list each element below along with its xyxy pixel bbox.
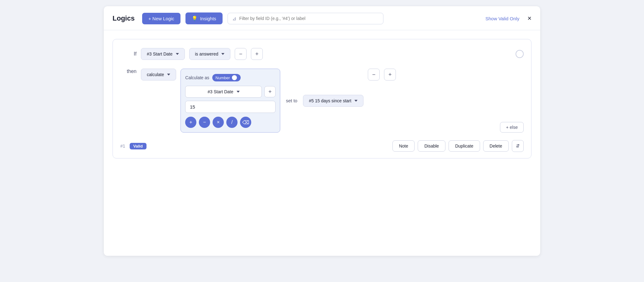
then-row: then calculate Calculate as Number xyxy=(120,69,524,133)
then-label: then xyxy=(120,69,137,74)
close-button[interactable]: × xyxy=(527,15,531,22)
if-condition-dropdown[interactable]: is answered xyxy=(189,48,231,60)
if-label: If xyxy=(120,51,137,57)
set-to-field-dropdown[interactable]: #5 15 days since start xyxy=(303,95,363,107)
page-title: Logics xyxy=(113,14,135,22)
chevron-down-icon xyxy=(237,91,240,93)
chevron-down-icon xyxy=(167,74,170,75)
note-button[interactable]: Note xyxy=(392,140,415,152)
if-remove-button[interactable]: − xyxy=(235,48,247,60)
duplicate-button[interactable]: Duplicate xyxy=(449,140,480,152)
calc-field-add-button[interactable]: + xyxy=(264,86,276,97)
collapse-icon: ⇵ xyxy=(516,143,520,149)
calculate-as-box: Calculate as Number #3 Start Date + xyxy=(180,69,280,133)
chevron-down-icon xyxy=(354,100,358,102)
plus-else-button[interactable]: + else xyxy=(500,122,524,133)
body: If #3 Start Date is answered − + then ca… xyxy=(104,30,540,165)
logic-card: If #3 Start Date is answered − + then ca… xyxy=(113,39,531,158)
if-add-button[interactable]: + xyxy=(251,48,263,60)
if-row: If #3 Start Date is answered − + xyxy=(120,48,524,60)
calc-field-dropdown[interactable]: #3 Start Date xyxy=(185,86,262,98)
footer-row: #1 Valid Note Disable Duplicate Delete ⇵ xyxy=(120,140,524,152)
collapse-button[interactable]: ⇵ xyxy=(512,140,524,152)
calc-header: Calculate as Number xyxy=(185,74,276,81)
if-radio[interactable] xyxy=(516,50,524,58)
set-to-add-button[interactable]: + xyxy=(384,69,396,80)
delete-button[interactable]: Delete xyxy=(483,140,509,152)
calc-multiply-op-button[interactable]: × xyxy=(213,117,224,128)
show-valid-button[interactable]: Show Valid Only xyxy=(485,16,519,21)
calculate-as-label: Calculate as xyxy=(185,75,209,80)
logic-number: #1 xyxy=(120,143,125,148)
then-action-dropdown[interactable]: calculate xyxy=(141,69,176,80)
calc-divide-op-button[interactable]: / xyxy=(226,117,238,128)
chevron-down-icon xyxy=(221,53,224,55)
bulb-icon: 💡 xyxy=(192,16,198,21)
insights-button[interactable]: 💡 Insights xyxy=(185,12,223,24)
valid-badge: Valid xyxy=(130,143,147,149)
footer-actions: Note Disable Duplicate Delete ⇵ xyxy=(392,140,524,152)
calc-field-row: #3 Start Date + xyxy=(185,86,276,98)
toggle-dot xyxy=(232,75,237,80)
new-logic-button[interactable]: + New Logic xyxy=(142,13,180,24)
calc-number-input[interactable] xyxy=(185,101,276,113)
calc-subtract-op-button[interactable]: − xyxy=(199,117,210,128)
if-field-dropdown[interactable]: #3 Start Date xyxy=(141,48,185,60)
set-to-label: set to xyxy=(286,98,297,103)
calc-add-op-button[interactable]: + xyxy=(185,117,196,128)
calc-backspace-op-button[interactable]: ⌫ xyxy=(240,117,251,128)
disable-button[interactable]: Disable xyxy=(418,140,445,152)
filter-wrap: ⊿ xyxy=(228,13,383,24)
number-toggle[interactable]: Number xyxy=(212,74,240,81)
filter-input[interactable] xyxy=(239,16,379,21)
calc-actions: + − × / ⌫ xyxy=(185,117,276,128)
calc-number-wrap xyxy=(185,101,276,113)
main-container: Logics + New Logic 💡 Insights ⊿ Show Val… xyxy=(104,6,540,256)
header: Logics + New Logic 💡 Insights ⊿ Show Val… xyxy=(104,6,540,30)
chevron-down-icon xyxy=(176,53,179,55)
filter-icon: ⊿ xyxy=(232,16,236,22)
set-to-remove-button[interactable]: − xyxy=(368,69,380,80)
